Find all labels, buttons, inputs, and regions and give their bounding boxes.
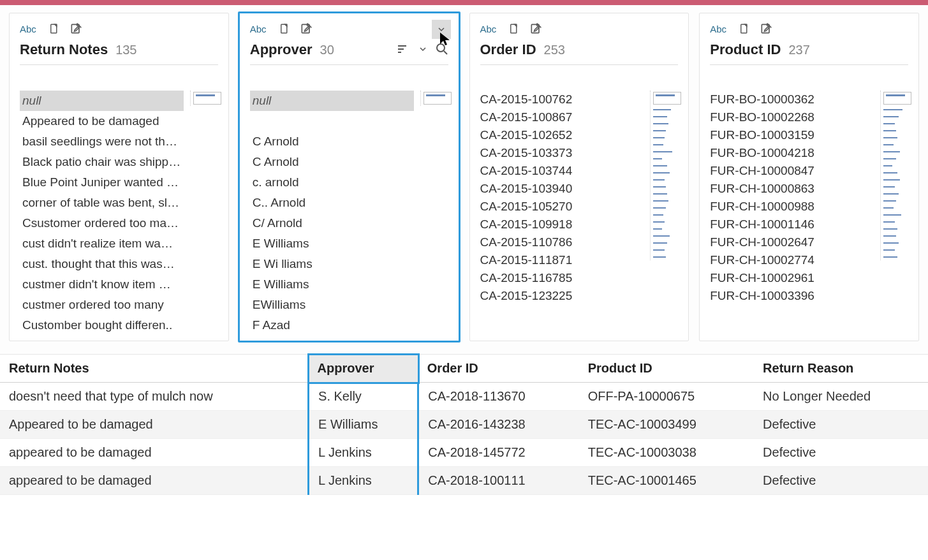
value-item[interactable]: cust. thought that this was… bbox=[20, 254, 184, 274]
value-item[interactable]: CA-2015-109918 bbox=[480, 216, 644, 233]
value-item[interactable]: FUR-BO-10004218 bbox=[710, 144, 874, 162]
profile-card-return-notes[interactable]: AbcReturn Notes135nullAppeared to be dam… bbox=[9, 13, 229, 341]
value-item[interactable]: E Williams bbox=[250, 274, 414, 295]
value-item[interactable]: Csustomer ordered too ma… bbox=[20, 213, 184, 233]
table-row[interactable]: appeared to be damagedL JenkinsCA-2018-1… bbox=[0, 467, 928, 495]
chevron-down-icon[interactable] bbox=[416, 43, 429, 55]
page-icon[interactable] bbox=[508, 22, 520, 35]
type-label: Abc bbox=[480, 24, 497, 34]
column-header-return-notes[interactable]: Return Notes bbox=[0, 355, 309, 383]
top-accent-bar bbox=[0, 0, 928, 5]
cell: OFF-PA-10000675 bbox=[579, 383, 754, 411]
value-item[interactable]: C.. Arnold bbox=[250, 193, 414, 213]
value-item[interactable]: custmer didn't know item … bbox=[20, 274, 184, 295]
value-item[interactable]: E Wi lliams bbox=[250, 254, 414, 274]
page-icon[interactable] bbox=[278, 22, 291, 35]
value-item[interactable]: FUR-BO-10002268 bbox=[710, 108, 874, 126]
value-item[interactable]: FUR-CH-10002647 bbox=[710, 233, 874, 251]
value-item[interactable]: CA-2015-110786 bbox=[480, 233, 644, 251]
cell: TEC-AC-10003499 bbox=[579, 411, 754, 439]
profile-card-order-id[interactable]: AbcOrder ID253CA-2015-100762CA-2015-1008… bbox=[469, 13, 689, 341]
value-list: FUR-BO-10000362FUR-BO-10002268FUR-BO-100… bbox=[710, 91, 874, 305]
value-item[interactable]: C/ Arnold bbox=[250, 213, 414, 233]
cell: Defective bbox=[754, 467, 928, 495]
svg-line-8 bbox=[444, 51, 447, 54]
value-item[interactable]: CA-2015-103744 bbox=[480, 162, 644, 180]
value-item[interactable]: Appeared to be damaged bbox=[20, 111, 184, 131]
mini-histogram bbox=[650, 91, 678, 260]
value-item[interactable]: FUR-CH-10000988 bbox=[710, 198, 874, 216]
value-item[interactable]: CA-2015-105270 bbox=[480, 198, 644, 216]
table-row[interactable]: doesn't need that type of mulch nowS. Ke… bbox=[0, 383, 928, 411]
column-header-approver[interactable]: Approver bbox=[309, 355, 418, 383]
value-item[interactable]: FUR-CH-10000847 bbox=[710, 162, 874, 180]
value-item[interactable]: FUR-BO-10003159 bbox=[710, 126, 874, 144]
value-item[interactable]: C Arnold bbox=[250, 152, 414, 172]
value-null[interactable]: null bbox=[20, 91, 184, 111]
value-item[interactable]: Blue Point Juniper wanted … bbox=[20, 172, 184, 193]
value-item[interactable]: C Arnold bbox=[250, 131, 414, 152]
value-item[interactable]: Black patio chair was shipp… bbox=[20, 152, 184, 172]
profile-card-product-id[interactable]: AbcProduct ID237FUR-BO-10000362FUR-BO-10… bbox=[699, 13, 919, 341]
profile-card-approver[interactable]: AbcApprover30null C ArnoldC Arnoldc. arn… bbox=[238, 11, 460, 343]
value-item[interactable]: FUR-CH-10000863 bbox=[710, 180, 874, 198]
cell: CA-2018-113670 bbox=[418, 383, 579, 411]
cell: appeared to be damaged bbox=[0, 439, 309, 467]
value-item[interactable]: FUR-CH-10003396 bbox=[710, 287, 874, 305]
value-item[interactable]: CA-2015-100762 bbox=[480, 91, 644, 108]
card-controls bbox=[397, 43, 448, 55]
table-row[interactable]: appeared to be damagedL JenkinsCA-2018-1… bbox=[0, 439, 928, 467]
value-item[interactable]: FUR-CH-10002961 bbox=[710, 269, 874, 287]
value-item[interactable]: cust didn't realize item wa… bbox=[20, 233, 184, 254]
cell: appeared to be damaged bbox=[0, 467, 309, 495]
card-count: 135 bbox=[115, 43, 136, 57]
edit-icon[interactable] bbox=[760, 22, 772, 35]
value-item[interactable]: CA-2015-103373 bbox=[480, 144, 644, 162]
cell: TEC-AC-10001465 bbox=[579, 467, 754, 495]
type-label: Abc bbox=[710, 24, 726, 34]
value-item[interactable]: CA-2015-100867 bbox=[480, 108, 644, 126]
value-item[interactable]: CA-2015-123225 bbox=[480, 287, 644, 305]
sort-icon[interactable] bbox=[397, 43, 410, 55]
value-item[interactable]: CA-2015-102652 bbox=[480, 126, 644, 144]
value-item[interactable]: FUR-CH-10002774 bbox=[710, 251, 874, 269]
value-item[interactable]: E Williams bbox=[250, 233, 414, 254]
value-item[interactable]: c. arnold bbox=[250, 172, 414, 193]
cell: CA-2016-143238 bbox=[418, 411, 579, 439]
card-title: Approver bbox=[250, 41, 313, 58]
card-header-icons: Abc bbox=[710, 22, 908, 35]
value-item[interactable]: Customber bought differen.. bbox=[20, 315, 184, 335]
value-item[interactable]: EWilliams bbox=[250, 295, 414, 315]
cell: Appeared to be damaged bbox=[0, 411, 309, 439]
value-item[interactable]: CA-2015-111871 bbox=[480, 251, 644, 269]
values-wrap: FUR-BO-10000362FUR-BO-10002268FUR-BO-100… bbox=[710, 91, 908, 305]
edit-icon[interactable] bbox=[300, 22, 313, 35]
edit-icon[interactable] bbox=[70, 22, 82, 35]
value-item[interactable]: corner of table was bent, sl… bbox=[20, 193, 184, 213]
card-title: Return Notes bbox=[20, 41, 108, 58]
values-wrap: nullAppeared to be damagedbasil seedling… bbox=[20, 91, 218, 335]
card-menu-button[interactable] bbox=[432, 20, 451, 39]
cell: No Longer Needed bbox=[754, 383, 928, 411]
column-header-order-id[interactable]: Order ID bbox=[418, 355, 579, 383]
card-title: Order ID bbox=[480, 41, 536, 58]
value-null[interactable]: null bbox=[250, 91, 414, 111]
value-item[interactable]: F Azad bbox=[250, 315, 414, 335]
value-item[interactable]: CA-2015-103940 bbox=[480, 180, 644, 198]
page-icon[interactable] bbox=[738, 22, 751, 35]
value-item[interactable]: CA-2015-116785 bbox=[480, 269, 644, 287]
table-row[interactable]: Appeared to be damagedE WilliamsCA-2016-… bbox=[0, 411, 928, 439]
edit-icon[interactable] bbox=[529, 22, 542, 35]
search-icon[interactable] bbox=[436, 43, 448, 55]
card-title: Product ID bbox=[710, 41, 781, 58]
value-item[interactable]: basil seedlings were not th… bbox=[20, 131, 184, 152]
card-count: 30 bbox=[320, 43, 334, 57]
column-header-product-id[interactable]: Product ID bbox=[579, 355, 754, 383]
column-header-return-reason[interactable]: Return Reason bbox=[754, 355, 928, 383]
page-icon[interactable] bbox=[48, 22, 61, 35]
value-item[interactable]: FUR-BO-10000362 bbox=[710, 91, 874, 108]
value-item[interactable]: custmer ordered too many bbox=[20, 295, 184, 315]
value-item[interactable]: FUR-CH-10001146 bbox=[710, 216, 874, 233]
value-item[interactable] bbox=[250, 111, 414, 131]
card-header-icons: Abc bbox=[20, 22, 218, 35]
